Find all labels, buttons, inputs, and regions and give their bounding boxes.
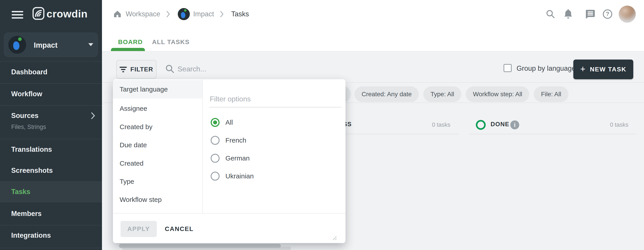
filter-category-due-date[interactable]: Due date: [113, 136, 202, 154]
new-task-label: NEW TASK: [590, 66, 626, 73]
filter-chip-row: Created: Any date Type: All Workflow ste…: [354, 86, 568, 102]
column-count-done: 0 tasks: [610, 121, 628, 128]
tab-all-tasks[interactable]: ALL TASKS: [152, 39, 190, 46]
cancel-button[interactable]: CANCEL: [165, 221, 194, 237]
filter-options-input[interactable]: [209, 92, 340, 106]
svg-text:?: ?: [606, 11, 609, 17]
divider: [0, 61, 102, 62]
tab-board[interactable]: BOARD: [118, 39, 143, 46]
filter-dropdown: Target language Assignee Created by Due …: [113, 79, 346, 243]
filter-category-type[interactable]: Type: [113, 172, 202, 191]
sidebar-item-sources[interactable]: Sources: [11, 112, 38, 120]
filter-button-label: FILTER: [130, 66, 153, 73]
divider: [0, 225, 102, 225]
breadcrumb-page: Tasks: [231, 10, 249, 18]
active-tab-underline: [111, 48, 145, 51]
sidebar-item-dashboard[interactable]: Dashboard: [11, 68, 48, 76]
divider: [0, 248, 102, 248]
filter-chip[interactable]: File: All: [534, 86, 568, 102]
apply-button[interactable]: APPLY: [120, 221, 157, 237]
sidebar-item-screenshots[interactable]: Screenshots: [11, 166, 53, 175]
radio-all[interactable]: [211, 118, 220, 127]
project-name: Impact: [34, 41, 58, 50]
column-header-done: DONE: [490, 121, 510, 128]
sidebar: crowdin Impact Dashboard Workflow Source…: [0, 0, 102, 250]
radio-german[interactable]: [211, 154, 220, 163]
divider: [113, 213, 346, 213]
input-underline: [209, 107, 341, 107]
home-icon[interactable]: [113, 10, 122, 19]
breadcrumb-project[interactable]: Impact: [193, 10, 214, 18]
info-icon[interactable]: i: [510, 120, 519, 129]
hamburger-menu-icon[interactable]: [12, 11, 23, 20]
filter-button[interactable]: FILTER: [116, 60, 156, 79]
divider: [0, 105, 102, 106]
sidebar-item-tasks[interactable]: Tasks: [11, 188, 30, 196]
tabs-bar: BOARD ALL TASKS: [102, 29, 644, 52]
radio-ukrainian[interactable]: [211, 172, 220, 181]
notifications-bell-icon[interactable]: [563, 9, 573, 20]
filter-category-assignee[interactable]: Assignee: [113, 99, 202, 118]
top-bar: Workspace Impact Tasks ?: [102, 0, 644, 29]
horizontal-scrollbar-thumb[interactable]: [119, 244, 281, 248]
radio-all-label[interactable]: All: [226, 119, 233, 126]
group-by-language-label: Group by language: [516, 65, 576, 73]
crowdin-app-window: crowdin Impact Dashboard Workflow Source…: [0, 0, 644, 250]
sidebar-item-workflow[interactable]: Workflow: [11, 90, 42, 98]
sidebar-item-integrations[interactable]: Integrations: [11, 231, 51, 239]
column-count-in-progress: 0 tasks: [432, 121, 450, 128]
project-switcher[interactable]: Impact: [4, 33, 98, 57]
chevron-right-icon: [166, 11, 170, 18]
column-rule: [469, 134, 636, 134]
chevron-down-icon: [88, 43, 93, 46]
filter-chip[interactable]: Created: Any date: [354, 86, 419, 102]
filter-icon: [120, 67, 127, 72]
divider: [202, 79, 203, 213]
breadcrumb-workspace[interactable]: Workspace: [126, 10, 160, 18]
messages-icon[interactable]: [584, 9, 595, 20]
radio-german-label[interactable]: German: [226, 154, 250, 162]
filter-chip[interactable]: Type: All: [423, 86, 461, 102]
search-input[interactable]: [177, 62, 316, 76]
radio-ukrainian-label[interactable]: Ukrainian: [226, 172, 254, 180]
search-icon[interactable]: [546, 9, 556, 20]
crowdin-logo-text[interactable]: crowdin: [46, 8, 88, 20]
done-status-ring-icon: [476, 120, 486, 130]
search-icon: [165, 64, 175, 75]
divider: [0, 83, 102, 84]
help-icon[interactable]: ?: [602, 9, 613, 20]
crowdin-logo-icon[interactable]: [32, 7, 44, 20]
filter-category-target-language[interactable]: Target language: [113, 80, 202, 99]
filter-chip[interactable]: Workflow step: All: [466, 86, 529, 102]
group-by-language-checkbox[interactable]: [504, 64, 512, 72]
plus-icon: +: [580, 65, 586, 73]
project-avatar: [8, 36, 26, 54]
filter-category-created-by[interactable]: Created by: [113, 118, 202, 136]
sidebar-item-sources-sub: Files, Strings: [11, 124, 46, 130]
user-avatar[interactable]: [619, 6, 636, 23]
resize-handle[interactable]: [330, 233, 338, 242]
chevron-right-icon: [91, 112, 95, 120]
chevron-right-icon: [220, 11, 224, 18]
radio-french-label[interactable]: French: [226, 137, 246, 144]
sidebar-item-members[interactable]: Members: [11, 210, 42, 218]
sidebar-item-translations[interactable]: Translations: [11, 145, 52, 154]
divider: [0, 202, 102, 202]
breadcrumb-project-avatar: [178, 8, 190, 20]
filter-category-created[interactable]: Created: [113, 154, 202, 173]
new-task-button[interactable]: + NEW TASK: [573, 60, 633, 79]
radio-french[interactable]: [211, 136, 220, 145]
filter-category-workflow-step[interactable]: Workflow step: [113, 190, 202, 209]
divider: [0, 139, 102, 139]
